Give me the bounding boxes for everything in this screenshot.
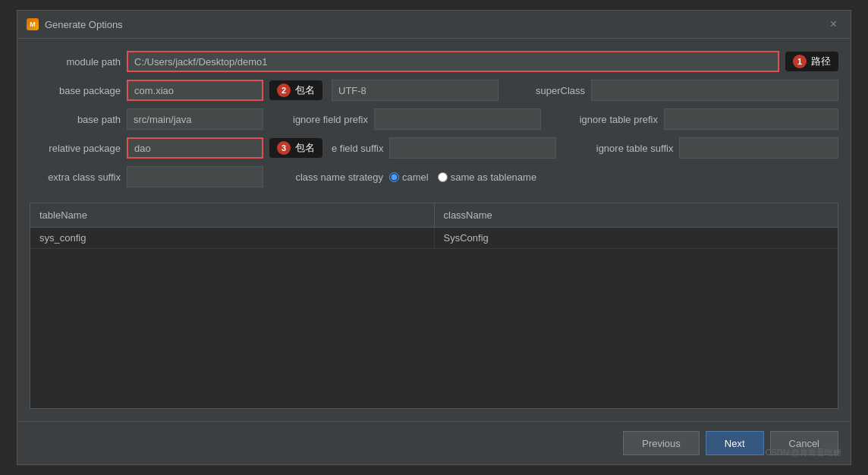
- title-bar-left: M Generate Options: [27, 18, 123, 30]
- class-name-strategy-label: class name strategy: [269, 171, 383, 183]
- base-package-row: base package 2 包名 superClass: [30, 80, 838, 101]
- generate-options-dialog: M Generate Options × module path 1 路径 ba…: [17, 10, 851, 465]
- ignore-table-suffix-label: ignore table suffix: [574, 143, 673, 154]
- badge-2: 2: [277, 83, 291, 97]
- table-col2-header: className: [435, 203, 838, 227]
- ignore-field-prefix-input[interactable]: [374, 109, 541, 130]
- base-path-row: base path ignore field prefix ignore tab…: [30, 109, 838, 130]
- relative-package-tooltip-text: 包名: [295, 141, 315, 155]
- table-header: tableName className: [30, 203, 838, 228]
- ignore-table-suffix-input[interactable]: [679, 137, 838, 159]
- encoding-input[interactable]: [332, 80, 498, 101]
- table-cell-classname: SysConfig: [435, 228, 838, 248]
- radio-camel-text: camel: [402, 171, 429, 183]
- dialog-content: module path 1 路径 base package 2 包名 super…: [17, 39, 851, 421]
- title-bar: M Generate Options ×: [17, 11, 851, 39]
- badge-3: 3: [277, 141, 291, 155]
- extra-class-suffix-label: extra class suffix: [30, 171, 121, 183]
- previous-button[interactable]: Previous: [623, 431, 700, 455]
- module-path-tooltip: 1 路径: [785, 52, 838, 71]
- super-class-label: superClass: [517, 85, 585, 96]
- table-cell-tablename: sys_config: [30, 228, 435, 248]
- badge-1: 1: [793, 55, 807, 68]
- ignore-field-suffix-input[interactable]: [389, 137, 556, 159]
- table-row[interactable]: sys_config SysConfig: [30, 228, 838, 249]
- radio-same-as-text: same as tablename: [451, 171, 536, 183]
- dialog-icon: M: [27, 18, 39, 30]
- base-package-tooltip: 2 包名: [269, 80, 322, 100]
- radio-camel-label[interactable]: camel: [389, 171, 429, 183]
- extra-class-suffix-row: extra class suffix class name strategy c…: [30, 166, 838, 187]
- relative-package-row: relative package 3 包名 e field suffix ign…: [30, 137, 838, 159]
- radio-camel[interactable]: [389, 172, 399, 182]
- ignore-table-prefix-label: ignore table prefix: [559, 114, 658, 125]
- watermark: CSDN @肖肖爱吃糖: [766, 447, 841, 458]
- dialog-footer: Previous Next Cancel CSDN @肖肖爱吃糖: [17, 421, 851, 464]
- base-package-tooltip-text: 包名: [295, 83, 315, 97]
- relative-package-tooltip: 3 包名: [269, 138, 322, 158]
- next-button[interactable]: Next: [706, 431, 764, 455]
- close-button[interactable]: ×: [826, 17, 841, 32]
- ignore-table-prefix-input[interactable]: [664, 109, 838, 130]
- base-package-input[interactable]: [127, 80, 263, 101]
- ignore-field-prefix-label: ignore field prefix: [269, 114, 368, 125]
- super-class-input[interactable]: [591, 80, 838, 101]
- module-path-label: module path: [30, 56, 121, 68]
- module-path-row: module path 1 路径: [30, 51, 838, 72]
- relative-package-label: relative package: [30, 143, 121, 154]
- base-package-label: base package: [30, 85, 121, 96]
- dialog-title: Generate Options: [45, 19, 123, 30]
- extra-class-suffix-input[interactable]: [127, 166, 263, 187]
- radio-same-as[interactable]: [438, 172, 448, 182]
- table-col1-header: tableName: [30, 203, 435, 227]
- base-path-input[interactable]: [127, 109, 263, 130]
- radio-same-as-label[interactable]: same as tablename: [438, 171, 536, 183]
- module-path-input[interactable]: [127, 51, 779, 72]
- data-table: tableName className sys_config SysConfig: [30, 203, 838, 409]
- module-path-tooltip-text: 路径: [811, 55, 831, 68]
- ignore-field-suffix-label: e field suffix: [332, 143, 383, 154]
- base-path-label: base path: [30, 114, 121, 125]
- relative-package-input[interactable]: [127, 137, 263, 159]
- class-name-strategy-group: camel same as tablename: [389, 171, 536, 183]
